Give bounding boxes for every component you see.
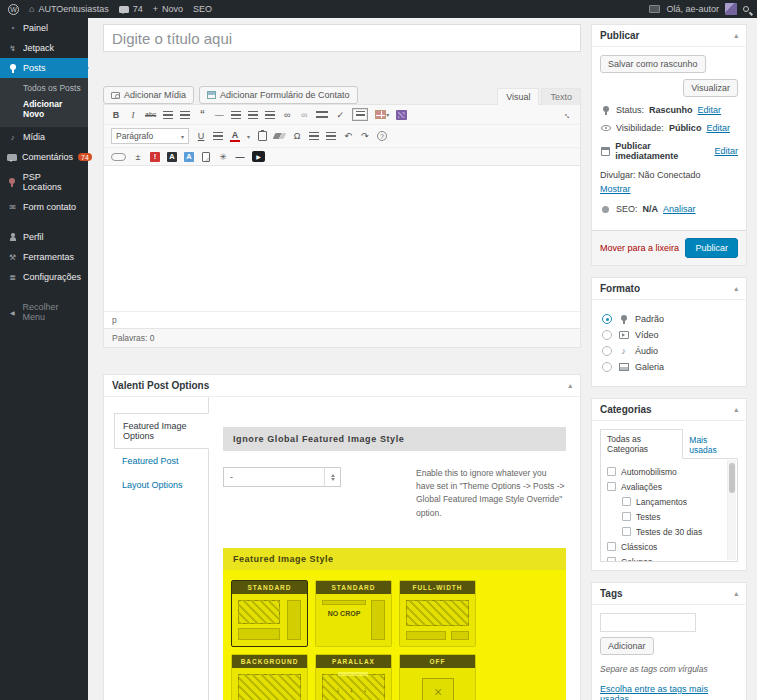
- spellcheck-icon[interactable]: ✓: [335, 110, 345, 120]
- category-item[interactable]: Lançamentos: [622, 494, 723, 509]
- subscript-superscript-icon[interactable]: ±: [133, 152, 143, 162]
- blockquote-icon[interactable]: “: [197, 111, 207, 119]
- categories-box-header[interactable]: Categorias ▴: [592, 399, 746, 421]
- divider-icon[interactable]: —: [235, 152, 245, 162]
- tab-featured-image-options[interactable]: Featured Image Options: [114, 413, 209, 449]
- text-color-dropdown-icon[interactable]: ▾: [247, 133, 250, 140]
- tab-featured-post[interactable]: Featured Post: [114, 449, 208, 473]
- format-option-audio[interactable]: ♪ Áudio: [602, 346, 736, 356]
- category-item[interactable]: Testes de 30 dias: [622, 524, 723, 539]
- publish-box-header[interactable]: Publicar ▴: [592, 25, 746, 47]
- add-contact-form-button[interactable]: Adicionar Formulário de Contato: [199, 86, 358, 104]
- underline-icon[interactable]: U: [196, 131, 206, 141]
- sidebar-item-perfil[interactable]: Perfil: [0, 227, 88, 247]
- tab-visual[interactable]: Visual: [497, 88, 539, 105]
- collapse-icon[interactable]: ▴: [568, 382, 572, 390]
- burst-icon[interactable]: ✳: [218, 152, 228, 162]
- edit-status-link[interactable]: Editar: [698, 105, 722, 115]
- format-option-video[interactable]: Vídeo: [602, 330, 736, 340]
- link-icon[interactable]: ∞: [282, 110, 292, 120]
- style-tile-off[interactable]: OFF ×: [399, 654, 476, 700]
- fullscreen-icon[interactable]: ↔: [561, 107, 575, 121]
- dropcap-dark-icon[interactable]: A: [167, 152, 177, 162]
- category-item[interactable]: Avaliações: [607, 479, 723, 494]
- category-item[interactable]: Clássicos: [607, 539, 723, 554]
- dropcap-blue-icon[interactable]: A: [184, 152, 194, 162]
- numbered-list-icon[interactable]: [180, 111, 190, 119]
- submenu-item-add-new[interactable]: Adicionar Novo: [0, 96, 88, 122]
- outdent-icon[interactable]: [309, 132, 319, 140]
- edit-schedule-link[interactable]: Editar: [714, 146, 738, 156]
- publicize-show-link[interactable]: Mostrar: [600, 184, 631, 194]
- checkbox[interactable]: [607, 542, 616, 551]
- shortcode-icon[interactable]: [396, 110, 407, 120]
- sidebar-item-configuracoes[interactable]: ≣ Configurações: [0, 267, 88, 287]
- tab-layout-options[interactable]: Layout Options: [114, 473, 208, 497]
- checkbox[interactable]: [607, 557, 616, 562]
- collapse-icon[interactable]: ▴: [734, 285, 738, 293]
- format-option-padrao[interactable]: Padrão: [602, 314, 736, 324]
- style-tile-background[interactable]: BACKGROUND: [231, 654, 308, 700]
- style-tile-standard-no-crop[interactable]: STANDARD NO CROP: [315, 580, 392, 647]
- paragraph-select[interactable]: Parágrafo ▾: [111, 128, 189, 144]
- align-left-icon[interactable]: [231, 111, 241, 119]
- edit-visibility-link[interactable]: Editar: [706, 123, 730, 133]
- bullet-list-icon[interactable]: [163, 111, 173, 119]
- sidebar-item-form-contato[interactable]: ✉ Form contato: [0, 197, 88, 217]
- tags-input[interactable]: [600, 613, 696, 632]
- site-name-link[interactable]: ⌂ AUTOentusiastas: [29, 4, 109, 14]
- alert-icon[interactable]: !: [150, 152, 160, 162]
- radio[interactable]: [602, 346, 612, 356]
- sidebar-item-painel[interactable]: ◔ Painel: [0, 18, 88, 38]
- table-icon[interactable]: ▾: [375, 110, 389, 119]
- tab-all-categories[interactable]: Todas as Categorias: [600, 429, 683, 459]
- help-icon[interactable]: ?: [377, 131, 387, 141]
- button-shortcode-icon[interactable]: [111, 153, 126, 161]
- tags-box-header[interactable]: Tags ▴: [592, 583, 746, 605]
- publish-button[interactable]: Publicar: [685, 238, 738, 258]
- indent-icon[interactable]: [326, 132, 336, 140]
- style-tile-full-width[interactable]: FULL-WIDTH: [399, 580, 476, 647]
- avatar[interactable]: [725, 3, 737, 15]
- page-break-icon[interactable]: [201, 152, 211, 162]
- horizontal-rule-icon[interactable]: —: [214, 110, 224, 120]
- sidebar-item-ferramentas[interactable]: ⚒ Ferramentas: [0, 247, 88, 267]
- toolbar-toggle-icon[interactable]: [352, 108, 368, 121]
- radio[interactable]: [602, 330, 612, 340]
- greeting-link[interactable]: Olá, ae-autor: [666, 4, 719, 14]
- collapse-icon[interactable]: ▴: [734, 590, 738, 598]
- redo-icon[interactable]: ↷: [360, 131, 370, 141]
- category-item[interactable]: Automobilismo: [607, 464, 723, 479]
- sidebar-item-psp-locations[interactable]: PSP Locations: [0, 167, 88, 197]
- undo-icon[interactable]: ↶: [343, 131, 353, 141]
- sidebar-item-midia[interactable]: ♪ Mídia: [0, 127, 88, 147]
- sidebar-item-comentarios[interactable]: Comentários 74: [0, 147, 88, 167]
- valenti-box-header[interactable]: Valenti Post Options ▴: [104, 375, 580, 397]
- seo-menu-link[interactable]: SEO: [193, 4, 212, 14]
- comments-link[interactable]: 74: [119, 4, 143, 14]
- tab-texto[interactable]: Texto: [541, 88, 581, 105]
- radio[interactable]: [602, 362, 612, 372]
- sidebar-item-jetpack[interactable]: ↯ Jetpack: [0, 38, 88, 58]
- format-box-header[interactable]: Formato ▴: [592, 278, 746, 300]
- radio-selected[interactable]: [602, 314, 612, 324]
- collapse-icon[interactable]: ▴: [734, 32, 738, 40]
- clear-formatting-icon[interactable]: [274, 133, 285, 139]
- preview-button[interactable]: Visualizar: [683, 79, 738, 97]
- style-tile-parallax[interactable]: PARALLAX ↓ ↓ ↓: [315, 654, 392, 700]
- text-color-icon[interactable]: A: [230, 131, 240, 142]
- tab-most-used[interactable]: Mais usadas: [683, 431, 738, 459]
- screen-icon[interactable]: [649, 5, 660, 13]
- video-embed-icon[interactable]: ▶: [252, 151, 265, 162]
- scrollbar-thumb[interactable]: [729, 463, 735, 493]
- post-title-input[interactable]: [103, 24, 581, 52]
- special-character-icon[interactable]: Ω: [292, 131, 302, 141]
- add-tag-button[interactable]: Adicionar: [600, 637, 654, 655]
- align-right-icon[interactable]: [265, 111, 275, 119]
- save-draft-button[interactable]: Salvar como rascunho: [600, 55, 706, 73]
- submenu-item-all-posts[interactable]: Todos os Posts: [0, 80, 88, 96]
- wp-menu[interactable]: W: [8, 4, 19, 15]
- more-tag-icon[interactable]: [316, 111, 328, 118]
- checkbox[interactable]: [622, 527, 631, 536]
- strikethrough-icon[interactable]: abc: [145, 111, 156, 118]
